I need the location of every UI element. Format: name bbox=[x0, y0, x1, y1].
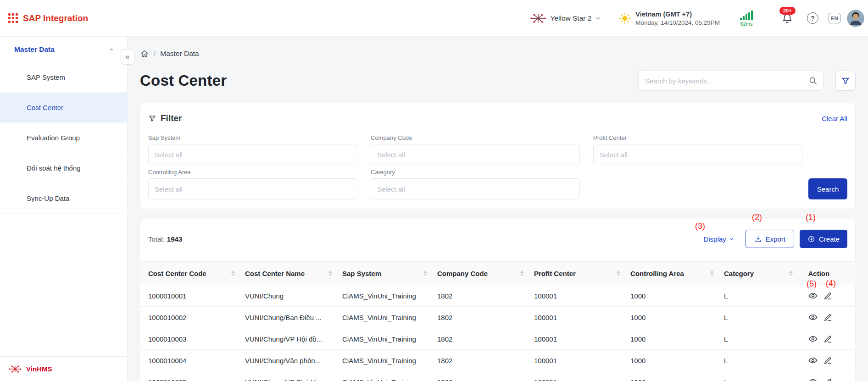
notification-badge: 20+ bbox=[779, 7, 796, 15]
view-button[interactable] bbox=[808, 334, 818, 343]
filter-search-button[interactable]: Search bbox=[808, 178, 847, 199]
app-launcher-icon[interactable] bbox=[8, 13, 18, 23]
sort-icon[interactable] bbox=[328, 271, 332, 276]
pencil-icon bbox=[823, 378, 832, 381]
download-icon bbox=[754, 235, 762, 243]
table-row: 1000010003 VUNI/Chung/VP Hội đồ... CiAMS… bbox=[140, 328, 856, 350]
sidebar-item-sap-system[interactable]: SAP System bbox=[0, 62, 127, 93]
eye-icon bbox=[808, 291, 818, 300]
col-cost-center-name[interactable]: Cost Center Name bbox=[245, 262, 342, 285]
filter-title: Filter bbox=[161, 113, 182, 123]
filter-field-sap-system: Sap System bbox=[148, 134, 357, 165]
annotation-display: (3) bbox=[695, 221, 705, 231]
filter-field-company-code: Company Code bbox=[371, 134, 580, 165]
chevron-up-icon bbox=[108, 46, 115, 53]
pencil-icon bbox=[823, 356, 832, 365]
company-code-select[interactable] bbox=[371, 144, 580, 165]
annotation-edit: (4) bbox=[826, 279, 836, 288]
sidebar-group-master-data[interactable]: Master Data bbox=[0, 37, 127, 62]
table-row: 1000010005 VUNI/Chung/VP Phó Hi... CiAMS… bbox=[140, 371, 856, 381]
user-avatar[interactable] bbox=[847, 10, 864, 27]
notifications-button[interactable]: 20+ bbox=[781, 12, 793, 24]
view-button[interactable] bbox=[808, 377, 818, 381]
sort-icon[interactable] bbox=[789, 271, 793, 276]
pencil-icon bbox=[823, 292, 832, 300]
pencil-icon bbox=[823, 313, 832, 322]
pencil-icon bbox=[823, 335, 832, 343]
sidebar: Master Data SAP System Cost Center Evalu… bbox=[0, 37, 128, 381]
sort-icon[interactable] bbox=[617, 271, 620, 276]
sidebar-item-cost-center[interactable]: Cost Center bbox=[0, 93, 127, 123]
col-profit-center[interactable]: Profit Center bbox=[534, 262, 630, 285]
timezone-label: Vietnam (GMT +7) bbox=[635, 11, 720, 18]
keyword-search-input[interactable] bbox=[638, 71, 823, 91]
app-title: SAP Integration bbox=[23, 13, 88, 23]
category-select[interactable] bbox=[371, 178, 580, 199]
col-sap-system[interactable]: Sap System bbox=[342, 262, 437, 285]
vinhms-logo-icon bbox=[9, 365, 22, 373]
vinhms-brand-label: VinHMS bbox=[26, 365, 52, 373]
view-button[interactable] bbox=[808, 356, 818, 365]
create-button[interactable]: Create bbox=[800, 230, 847, 248]
sort-icon[interactable] bbox=[520, 271, 524, 276]
filter-field-category: Category bbox=[371, 169, 580, 199]
eye-icon bbox=[808, 377, 818, 381]
workspace-name: Yellow Star 2 bbox=[550, 14, 591, 22]
home-icon[interactable] bbox=[140, 49, 149, 58]
app-brand[interactable]: SAP Integration bbox=[8, 13, 88, 23]
filter-panel: Filter Clear All Sap System Company Code… bbox=[140, 103, 856, 209]
sidebar-item-doi-soat[interactable]: Đối soát hệ thống bbox=[0, 153, 127, 183]
export-button[interactable]: Export bbox=[746, 230, 794, 248]
plus-circle-icon bbox=[807, 235, 815, 243]
keyword-search bbox=[638, 71, 823, 91]
table-header-row: Cost Center Code Cost Center Name Sap Sy… bbox=[140, 262, 856, 285]
edit-button[interactable] bbox=[823, 292, 832, 300]
sap-system-select[interactable] bbox=[148, 144, 357, 165]
sort-icon[interactable] bbox=[231, 271, 235, 276]
annotation-export: (2) bbox=[752, 213, 762, 222]
clear-all-link[interactable]: Clear All bbox=[822, 115, 847, 122]
top-bar-right: Yellow Star 2 Vietnam (GMT +7) Monday, 1… bbox=[530, 10, 864, 27]
search-icon[interactable] bbox=[808, 76, 818, 86]
language-switcher[interactable]: EN bbox=[829, 13, 840, 23]
breadcrumb: / Master Data bbox=[140, 49, 856, 59]
current-datetime: Monday, 14/10/2024, 05:29PM bbox=[635, 19, 720, 26]
sort-icon[interactable] bbox=[423, 271, 427, 276]
sidebar-item-sync-up-data[interactable]: Sync-Up Data bbox=[0, 183, 127, 214]
view-button[interactable] bbox=[808, 313, 818, 322]
sidebar-menu: SAP System Cost Center Evaluation Group … bbox=[0, 62, 127, 214]
edit-button[interactable] bbox=[823, 378, 832, 381]
breadcrumb-master-data[interactable]: Master Data bbox=[160, 50, 199, 58]
col-cost-center-code[interactable]: Cost Center Code bbox=[140, 262, 245, 285]
sidebar-item-evaluation-group[interactable]: Evaluation Group bbox=[0, 123, 127, 153]
filter-toggle-button[interactable] bbox=[835, 71, 856, 91]
edit-button[interactable] bbox=[823, 335, 832, 343]
display-dropdown[interactable]: Display bbox=[703, 235, 734, 243]
sort-icon[interactable] bbox=[710, 271, 714, 276]
filter-field-profit-center: Profit Center bbox=[593, 134, 802, 165]
col-controlling-area[interactable]: Controlling Area bbox=[630, 262, 724, 285]
controlling-area-select[interactable] bbox=[148, 178, 357, 199]
workspace-logo-icon bbox=[530, 13, 546, 23]
eye-icon bbox=[808, 334, 818, 343]
network-status: 62ms bbox=[740, 10, 753, 27]
signal-bars-icon bbox=[740, 10, 753, 20]
total-count: Total:1943 bbox=[148, 235, 182, 243]
question-icon: ? bbox=[811, 15, 815, 22]
sidebar-footer: VinHMS bbox=[0, 356, 127, 381]
col-company-code[interactable]: Company Code bbox=[437, 262, 534, 285]
help-button[interactable]: ? bbox=[807, 12, 818, 24]
funnel-icon bbox=[841, 76, 850, 85]
sidebar-group-label: Master Data bbox=[14, 45, 55, 54]
col-category[interactable]: Category bbox=[724, 262, 803, 285]
cost-center-table: Cost Center Code Cost Center Name Sap Sy… bbox=[140, 261, 856, 381]
view-button[interactable] bbox=[808, 291, 818, 300]
edit-button[interactable] bbox=[823, 356, 832, 365]
profit-center-select[interactable] bbox=[593, 144, 802, 165]
edit-button[interactable] bbox=[823, 313, 832, 322]
breadcrumb-separator: / bbox=[154, 50, 156, 58]
workspace-selector[interactable]: Yellow Star 2 bbox=[530, 13, 601, 23]
sidebar-collapse-button[interactable]: « bbox=[121, 49, 134, 65]
chevron-down-icon bbox=[595, 15, 601, 22]
page-title: Cost Center bbox=[140, 72, 227, 89]
